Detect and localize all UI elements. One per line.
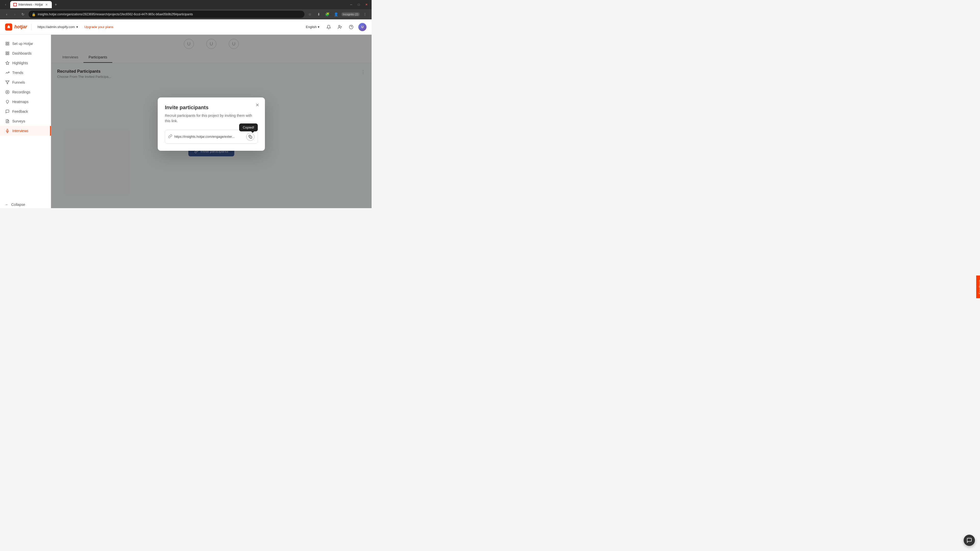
sidebar-item-funnels[interactable]: Funnels: [0, 78, 51, 87]
setup-label: Set up Hotjar: [12, 41, 33, 46]
sidebar: Set up Hotjar Dashboards Highlights Tren…: [0, 35, 51, 208]
svg-rect-14: [8, 54, 9, 55]
logo-text: hotjar: [14, 24, 27, 30]
sidebar-item-surveys[interactable]: Surveys: [0, 116, 51, 126]
modal-description: Recruit participants for this project by…: [165, 113, 258, 124]
browser-tab-bar: ‹ Interviews - Hotjar ✕ + ─ □ ✕: [0, 0, 372, 9]
prev-tab-btn[interactable]: ‹: [2, 1, 9, 8]
modal-title: Invite participants: [165, 105, 258, 110]
sidebar-item-trends[interactable]: Trends: [0, 68, 51, 78]
browser-tab[interactable]: Interviews - Hotjar ✕: [10, 1, 52, 8]
modal-close-btn[interactable]: ✕: [254, 102, 261, 109]
user-avatar[interactable]: U: [358, 23, 366, 31]
svg-point-17: [6, 90, 9, 94]
site-selector-chevron: ▾: [76, 25, 78, 29]
collapse-btn[interactable]: ← Collapse: [0, 200, 51, 208]
site-url: https://admin.shopify.com: [38, 25, 75, 29]
tab-favicon: [13, 3, 17, 6]
copied-tooltip: Copied!: [239, 124, 258, 131]
highlights-label: Highlights: [12, 61, 28, 65]
modal-overlay[interactable]: ✕ Invite participants Recruit participan…: [51, 35, 372, 208]
invite-modal: ✕ Invite participants Recruit participan…: [158, 97, 265, 151]
svg-point-2: [339, 25, 340, 27]
interviews-icon: [5, 129, 10, 133]
heatmaps-label: Heatmaps: [12, 100, 29, 104]
hotjar-logo-icon: [5, 24, 12, 30]
svg-point-1: [8, 28, 9, 29]
url-text: insights.hotjar.com/organizations/292369…: [38, 13, 193, 16]
sidebar-item-recordings[interactable]: Recordings: [0, 87, 51, 97]
svg-rect-33: [250, 136, 252, 138]
sidebar-item-feedback[interactable]: Feedback: [0, 106, 51, 116]
recordings-icon: [5, 90, 10, 94]
address-bar-row: ‹ › ↻ 🔒 insights.hotjar.com/organization…: [0, 9, 372, 19]
sidebar-item-heatmaps[interactable]: Heatmaps: [0, 97, 51, 106]
highlights-icon: [5, 61, 10, 65]
link-field-container: Copied! https://insights.hotjar.com/enga…: [165, 130, 258, 144]
app-container: Set up Hotjar Dashboards Highlights Tren…: [0, 35, 372, 208]
sidebar-item-highlights[interactable]: Highlights: [0, 58, 51, 68]
svg-rect-9: [6, 44, 7, 45]
copy-icon: [248, 135, 252, 138]
svg-marker-16: [6, 81, 9, 84]
notifications-btn[interactable]: [325, 23, 333, 31]
incognito-badge: Incognito (2): [341, 12, 360, 16]
refresh-btn[interactable]: ↻: [19, 11, 27, 18]
funnels-icon: [5, 80, 10, 85]
address-bar[interactable]: 🔒 insights.hotjar.com/organizations/2923…: [29, 11, 304, 18]
sidebar-item-dashboards[interactable]: Dashboards: [0, 48, 51, 58]
dashboards-icon: [5, 51, 10, 56]
tab-title: Interviews - Hotjar: [18, 3, 43, 6]
extensions-btn[interactable]: 🧩: [324, 11, 331, 18]
feedback-label: Feedback: [12, 110, 28, 114]
language-chevron: ▾: [318, 25, 320, 29]
language-label: English: [306, 25, 317, 29]
close-window-btn[interactable]: ✕: [363, 2, 369, 8]
interviews-label: Interviews: [12, 129, 28, 133]
profiles-btn[interactable]: 👤: [332, 11, 340, 18]
funnels-label: Funnels: [12, 80, 25, 84]
trends-icon: [5, 70, 10, 75]
svg-rect-8: [8, 42, 9, 43]
svg-rect-7: [6, 42, 7, 43]
add-user-btn[interactable]: [336, 23, 344, 31]
setup-icon: [5, 41, 10, 46]
help-btn[interactable]: [347, 23, 355, 31]
svg-rect-13: [6, 54, 7, 55]
help-icon: [349, 25, 353, 29]
link-url-text: https://insights.hotjar.com/engage/exter…: [174, 135, 244, 138]
recordings-label: Recordings: [12, 90, 30, 94]
upgrade-link[interactable]: Upgrade your plans: [84, 25, 113, 29]
link-field-icon: [168, 134, 172, 139]
forward-btn[interactable]: ›: [11, 11, 18, 18]
bookmark-btn[interactable]: ☆: [307, 11, 313, 18]
hotjar-logo[interactable]: hotjar: [5, 24, 27, 30]
sidebar-item-interviews[interactable]: Interviews: [0, 126, 51, 136]
maximize-btn[interactable]: □: [356, 2, 362, 8]
download-btn[interactable]: ⬇: [315, 11, 322, 18]
new-tab-btn[interactable]: +: [53, 2, 59, 8]
tab-close-btn[interactable]: ✕: [45, 3, 49, 6]
site-selector[interactable]: https://admin.shopify.com ▾: [35, 24, 80, 30]
back-btn[interactable]: ‹: [3, 11, 10, 18]
language-selector[interactable]: English ▾: [304, 24, 321, 30]
svg-rect-12: [8, 52, 9, 53]
minimize-btn[interactable]: ─: [348, 2, 354, 8]
surveys-label: Surveys: [12, 119, 25, 123]
main-content: U U U Interviews Participants Rec: [51, 35, 372, 208]
user-plus-icon: [338, 25, 342, 29]
link-field: https://insights.hotjar.com/engage/exter…: [165, 130, 258, 144]
sidebar-bottom: ← Collapse: [0, 200, 51, 208]
svg-marker-15: [6, 61, 9, 65]
heatmaps-icon: [5, 100, 10, 104]
chain-link-icon: [168, 134, 172, 138]
svg-rect-10: [8, 44, 9, 45]
menu-btn[interactable]: ⋮: [361, 11, 369, 18]
collapse-label: Collapse: [11, 203, 25, 206]
feedback-icon: [5, 109, 10, 114]
surveys-icon: [5, 119, 10, 124]
sidebar-item-setup[interactable]: Set up Hotjar: [0, 39, 51, 48]
dashboards-label: Dashboards: [12, 51, 32, 56]
svg-point-18: [7, 92, 8, 93]
nav-controls: ‹ › ↻: [3, 11, 27, 18]
